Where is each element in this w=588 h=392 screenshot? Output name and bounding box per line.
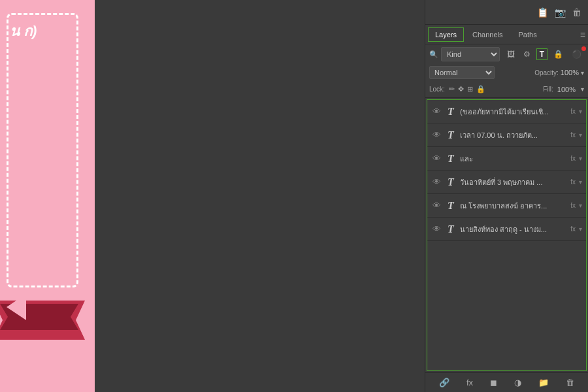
panel-arrange-icon[interactable]: 📋 [537,7,548,18]
fill-label: Fill: [543,86,553,93]
layer-name: เวลา 07.00 น. ถวายภัต... [460,129,565,141]
lock-icons: ✏ ✥ ⊞ 🔒 [449,85,485,93]
filter-kind-select[interactable]: Kind [441,47,500,61]
tab-paths[interactable]: Paths [512,27,544,42]
layer-expand-icon[interactable]: ▾ [579,178,582,186]
mask-icon[interactable]: ◼ [490,378,497,387]
layer-type-text-icon: T [445,200,457,212]
tab-channels[interactable]: Channels [465,27,510,42]
layer-item[interactable]: 👁 T และ fx ▾ [427,147,586,171]
layer-visibility-icon[interactable]: 👁 [431,154,442,163]
layer-style-icon[interactable]: fx [466,378,473,387]
tabs-row: Layers Channels Paths ≡ [425,25,588,44]
dotted-border [7,13,78,287]
lock-label: Lock: [429,86,445,93]
layer-expand-icon[interactable]: ▾ [579,225,582,233]
panel-top-icons: 📋 📷 🗑 [425,0,588,25]
filter-pixel-icon[interactable]: 🖼 [504,48,517,60]
ribbon-area [0,261,95,340]
layer-expand-icon[interactable]: ▾ [579,155,582,162]
layer-visibility-icon[interactable]: 👁 [431,224,442,234]
opacity-dropdown-icon[interactable]: ▾ [581,69,584,76]
layer-fx-label: fx [570,225,576,233]
group-layers-icon[interactable]: 📁 [538,378,549,387]
blend-mode-select[interactable]: Normal [429,66,495,79]
thai-text-top: น ก) [10,20,37,42]
panel-menu-icon[interactable]: ≡ [580,29,585,40]
lock-row: Lock: ✏ ✥ ⊞ 🔒 Fill: 100% ▾ [425,81,588,98]
layer-fx-label: fx [570,131,576,139]
layer-fx-label: fx [570,108,576,115]
layer-type-text-icon: T [445,176,457,188]
layer-expand-icon[interactable]: ▾ [579,131,582,139]
layer-item[interactable]: 👁 T ณ โรงพยาบาลสงฆ์ อาคาร... fx ▾ [427,194,586,218]
layer-name: (ขออภัยหากมิได้มาเรียนเชิ... [460,106,565,118]
layer-type-text-icon: T [445,129,457,141]
artwork-document: น ก) [0,0,95,392]
panel-delete-icon[interactable]: 🗑 [572,7,581,18]
layer-name: ณ โรงพยาบาลสงฆ์ อาคาร... [460,200,565,212]
layer-item[interactable]: 👁 T (ขออภัยหากมิได้มาเรียนเชิ... fx ▾ [427,100,586,123]
layer-type-text-icon: T [445,106,457,118]
filter-row: 🔍 Kind 🖼 ⚙ T 🔒 ⚫ [425,44,588,64]
filter-type-icon[interactable]: T [536,48,547,60]
layer-fx-label: fx [570,155,576,162]
layer-name: วันอาทิตย์ที่ 3 พฤษภาคม ... [460,176,565,188]
layer-visibility-icon[interactable]: 👁 [431,106,442,116]
canvas-dark [95,0,425,392]
layer-type-text-icon: T [445,223,457,235]
right-panel: 📋 📷 🗑 Layers Channels Paths ≡ 🔍 Kind 🖼 ⚙… [425,0,588,392]
arrow-shape [7,294,26,320]
layer-fx-label: fx [570,202,576,209]
layer-item[interactable]: 👁 T วันอาทิตย์ที่ 3 พฤษภาคม ... fx ▾ [427,171,586,194]
layer-fx-label: fx [570,178,576,186]
adjustment-layer-icon[interactable]: ◑ [514,378,521,387]
layer-item[interactable]: 👁 T นายสิงห์ทอง สาฤดู - นางม... fx ▾ [427,218,586,241]
layer-type-text-icon: T [445,153,457,165]
filter-shape-icon[interactable]: 🔒 [551,48,566,60]
canvas-area: น ก) [0,0,425,392]
opacity-value: 100% [561,69,579,76]
lock-artboard-icon[interactable]: ⊞ [467,85,473,93]
layer-visibility-icon[interactable]: 👁 [431,177,442,187]
layer-item[interactable]: 👁 T เวลา 07.00 น. ถวายภัต... fx ▾ [427,123,586,147]
delete-layer-icon[interactable]: 🗑 [566,378,574,387]
search-icon: 🔍 [429,50,438,59]
filter-adjust-icon[interactable]: ⚙ [521,48,533,60]
lock-move-icon[interactable]: ✥ [458,85,464,93]
fill-dropdown-icon[interactable]: ▾ [581,86,584,93]
layer-visibility-icon[interactable]: 👁 [431,130,442,140]
layer-expand-icon[interactable]: ▾ [579,108,582,115]
lock-all-icon[interactable]: 🔒 [476,85,485,93]
layer-name: นายสิงห์ทอง สาฤดู - นางม... [460,223,565,235]
lock-paint-icon[interactable]: ✏ [449,85,455,93]
panel-bottom-bar: 🔗 fx ◼ ◑ 📁 🗑 [425,372,588,392]
blend-mode-row: Normal Opacity: 100% ▾ [425,64,588,81]
opacity-row: Opacity: 100% ▾ [534,69,584,76]
red-dot [581,46,586,51]
tab-layers[interactable]: Layers [428,27,464,42]
layers-list: 👁 T (ขออภัยหากมิได้มาเรียนเชิ... fx ▾ 👁 … [427,99,587,371]
layer-visibility-icon[interactable]: 👁 [431,201,442,210]
panel-camera-icon[interactable]: 📷 [555,7,566,18]
link-layers-icon[interactable]: 🔗 [439,378,449,387]
opacity-label: Opacity: [534,69,559,76]
fill-value: 100% [557,86,576,93]
filter-smart-icon[interactable]: ⚫ [569,48,584,60]
layer-expand-icon[interactable]: ▾ [579,202,582,209]
layer-name: และ [460,153,565,165]
filter-icons: 🖼 ⚙ T 🔒 ⚫ [504,48,584,60]
